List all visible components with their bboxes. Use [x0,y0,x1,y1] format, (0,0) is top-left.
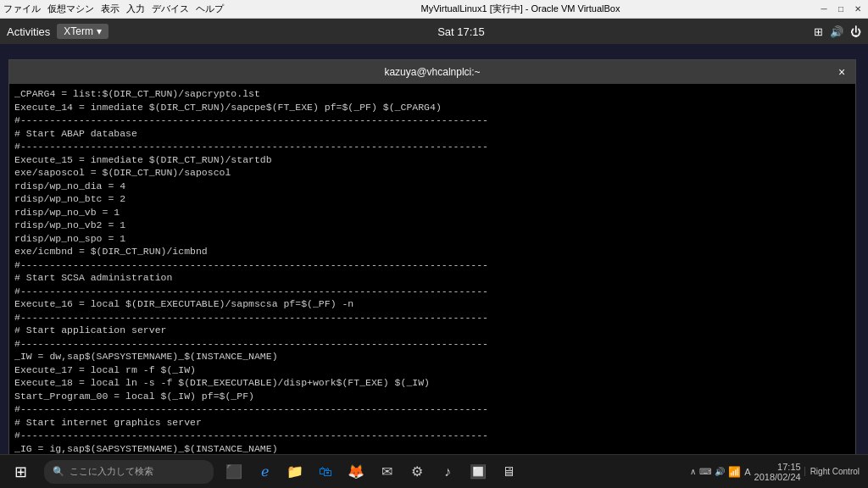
vm-minimize-button[interactable]: ─ [817,3,831,16]
xterm-dropdown-icon[interactable]: ▾ [97,25,102,37]
start-button[interactable]: ⊞ [0,455,41,489]
activities-button[interactable]: Activities [7,25,50,38]
store-icon[interactable]: 🛍 [312,458,339,485]
edge-icon[interactable]: ℯ [251,458,278,485]
gnome-topbar-right: ⊞ 🔊 ⏻ [814,25,861,38]
menu-input[interactable]: 入力 [126,3,145,15]
menu-help[interactable]: ヘルプ [196,3,224,15]
tray-lang-icon[interactable]: A [744,467,750,477]
tray-volume-icon[interactable]: 🔊 [715,467,725,476]
taskview-button[interactable]: ⬛ [220,458,248,485]
terminal-window: kazuya@vhcalnplci:~ × _CPARG4 = list:$(D… [8,59,856,458]
volume-icon[interactable]: 🔊 [830,25,843,38]
menu-devices[interactable]: デバイス [152,3,189,15]
clock-time: 17:15 [754,462,801,472]
system-clock: 17:15 2018/02/24 [754,462,801,482]
search-placeholder: ここに入力して検索 [70,465,153,478]
network-icon: ⊞ [814,25,823,38]
explorer-icon[interactable]: 📁 [281,458,309,485]
terminal-close-button[interactable]: × [835,65,849,79]
xterm-button[interactable]: XTerm ▾ [57,24,108,39]
terminal-titlebar: kazuya@vhcalnplci:~ × [9,60,855,84]
power-icon[interactable]: ⏻ [850,25,861,38]
vm-maximize-button[interactable]: □ [834,3,848,16]
menu-file[interactable]: ファイル [3,3,41,15]
gear-icon[interactable]: ⚙ [403,458,431,485]
vm-menu: ファイル 仮想マシン 表示 入力 デバイス ヘルプ [3,3,224,15]
taskbar: ⊞ 🔍 ここに入力して検索 ⬛ ℯ 📁 🛍 🦊 ✉ ⚙ ♪ 🔲 🖥 ∧ ⌨ 🔊 … [0,454,868,488]
menu-vm[interactable]: 仮想マシン [47,3,94,15]
gnome-topbar-left: Activities XTerm ▾ [7,24,108,39]
right-control-label: Right Control [804,467,865,476]
system-tray: ∧ ⌨ 🔊 📶 A 17:15 2018/02/24 Right Control [690,462,868,482]
vm-titlebar: ファイル 仮想マシン 表示 入力 デバイス ヘルプ MyVirtualLinux… [0,0,868,19]
xterm-label: XTerm [64,25,93,37]
vm-close-button[interactable]: ✕ [851,3,865,16]
clock-date: 2018/02/24 [754,472,801,482]
firefox-icon[interactable]: 🦊 [342,458,370,485]
tray-network-icon[interactable]: 📶 [728,466,741,478]
keyboard-icon[interactable]: ⌨ [699,467,711,476]
mail-icon[interactable]: ✉ [373,458,400,485]
vm-icon[interactable]: 🖥 [495,458,522,485]
search-icon: 🔍 [53,466,64,477]
vm-window-controls: ─ □ ✕ [817,3,865,16]
taskbar-pinned-icons: ⬛ ℯ 📁 🛍 🦊 ✉ ⚙ ♪ 🔲 🖥 [220,458,522,485]
vm-window-title: MyVirtualLinux1 [実行中] - Oracle VM Virtua… [224,3,817,15]
menu-view[interactable]: 表示 [101,3,120,15]
music-icon[interactable]: ♪ [434,458,461,485]
terminal-content[interactable]: _CPARG4 = list:$(DIR_CT_RUN)/sapcrypto.l… [9,84,855,457]
app-icon[interactable]: 🔲 [465,458,492,485]
search-area[interactable]: 🔍 ここに入力して検索 [44,460,214,484]
gnome-clock: Sat 17:15 [437,25,485,38]
tray-arrow-icon[interactable]: ∧ [690,467,696,476]
terminal-title: kazuya@vhcalnplci:~ [30,66,835,78]
gnome-topbar: Activities XTerm ▾ Sat 17:15 ⊞ 🔊 ⏻ [0,19,868,44]
